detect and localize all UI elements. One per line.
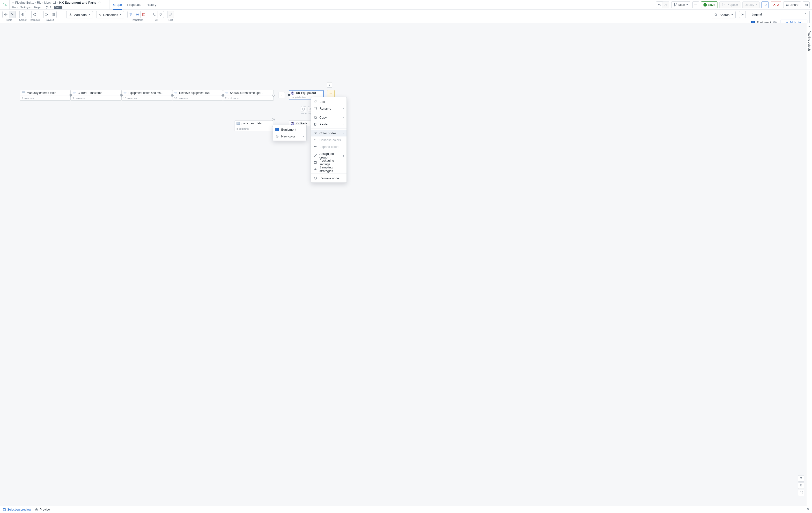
breadcrumb-rig[interactable]: Rig: [37, 1, 41, 4]
node-subtitle: 9 columns: [71, 96, 121, 101]
save-button[interactable]: ↑ Save: [701, 1, 718, 8]
menu-file[interactable]: File: [11, 6, 18, 9]
ctx-label: Edit: [319, 100, 325, 104]
select-all-button[interactable]: [19, 11, 26, 18]
ctx-assign-job-group[interactable]: Assign job group›: [311, 152, 347, 159]
zoom-fit-button[interactable]: [798, 490, 804, 496]
port-in[interactable]: [120, 94, 123, 97]
svg-point-56: [316, 132, 316, 133]
svg-rect-24: [136, 14, 137, 16]
svg-rect-64: [315, 168, 316, 170]
ctx-copy[interactable]: Copy›: [311, 114, 347, 121]
tool-pointer[interactable]: [9, 11, 16, 18]
sliders-button[interactable]: [761, 1, 769, 8]
svg-rect-34: [73, 92, 76, 92]
aip-a-button[interactable]: [151, 11, 157, 18]
zoom-in-button[interactable]: [798, 475, 804, 482]
remove-button[interactable]: [31, 11, 38, 18]
node-retrieve-ids[interactable]: Retrieve equipment IDs. 10 columns: [172, 90, 223, 101]
port-in[interactable]: [70, 94, 72, 97]
port-in[interactable]: [288, 93, 290, 96]
transform-icon: [123, 91, 127, 94]
expand-chevron-button[interactable]: ›: [279, 92, 285, 98]
transform-b-button[interactable]: [134, 11, 141, 18]
sliders-icon: [763, 3, 767, 6]
ctx-remove-node[interactable]: Remove node: [311, 175, 347, 182]
svg-point-8: [724, 4, 725, 5]
legend-header[interactable]: Legend ⌃: [749, 11, 809, 18]
color-item-label: Equipment: [281, 128, 296, 131]
reusables-button[interactable]: fx Reusables: [96, 11, 124, 18]
branch-count[interactable]: 1: [46, 5, 51, 9]
transform-c-button[interactable]: [141, 11, 147, 18]
merge-icon: [722, 3, 725, 6]
zoom-out-button[interactable]: [798, 483, 804, 489]
output-expand-button[interactable]: ›: [327, 82, 332, 88]
svg-rect-51: [315, 117, 316, 118]
app-doc-icon: ▭: [11, 1, 14, 4]
new-color-item[interactable]: New color ›: [273, 133, 307, 140]
layout-grid-button[interactable]: [50, 11, 57, 18]
preview-tab[interactable]: Preview: [35, 508, 50, 511]
deploy-button[interactable]: Deploy: [742, 1, 759, 8]
add-port-button[interactable]: +: [272, 118, 275, 121]
ctx-rename[interactable]: Rename›: [311, 105, 347, 112]
header-tabs: Graph Proposals History: [110, 0, 160, 9]
chevron-right-icon: ›: [343, 123, 344, 126]
undo-button[interactable]: [656, 1, 663, 8]
menu-settings[interactable]: Settings: [20, 6, 32, 9]
selection-preview-tab[interactable]: Selection preview: [2, 508, 31, 511]
ctx-sampling-strategies[interactable]: Sampling strategies: [311, 166, 347, 172]
share-button[interactable]: Share: [783, 1, 801, 8]
node-current-timestamp[interactable]: Current Timestamp 9 columns: [70, 90, 121, 101]
errors-button[interactable]: ✕ 2: [771, 1, 781, 8]
expand-footer-button[interactable]: [806, 508, 810, 512]
more-button[interactable]: ···: [692, 1, 699, 8]
breadcrumb-date[interactable]: March 13: [44, 1, 56, 4]
node-equipment-dates[interactable]: Equipment dates and ma… 10 columns: [121, 90, 172, 101]
link-view-button[interactable]: [739, 11, 746, 18]
rename-icon: [314, 107, 317, 110]
app-logo[interactable]: [0, 0, 10, 9]
star-icon[interactable]: ☆: [98, 1, 101, 4]
breadcrumb-app[interactable]: Pipeline Buil…: [15, 1, 34, 4]
ghost-node-a[interactable]: [301, 106, 306, 112]
branch-selector[interactable]: Main: [671, 1, 690, 8]
add-data-button[interactable]: Add data: [66, 11, 93, 18]
color-item-equipment[interactable]: Equipment: [273, 126, 307, 133]
graph-canvas[interactable]: Manually entered table 9 columns Current…: [0, 23, 812, 506]
layout-auto-button[interactable]: [43, 11, 50, 18]
edit-button[interactable]: [167, 11, 174, 18]
ctx-edit[interactable]: Edit: [311, 98, 347, 105]
add-data-label: Add data: [74, 13, 87, 17]
port-in[interactable]: [222, 94, 224, 97]
node-parts-raw[interactable]: parts_raw_data 8 columns: [235, 120, 273, 131]
aip-b-button[interactable]: [157, 11, 164, 18]
ctx-packaging-settings[interactable]: Packaging settings: [311, 159, 347, 166]
ctx-paste[interactable]: Paste›: [311, 121, 347, 128]
tab-history[interactable]: History: [147, 0, 156, 10]
node-manually-entered[interactable]: Manually entered table 9 columns: [20, 90, 70, 101]
collapse-rail-button[interactable]: «: [808, 25, 810, 28]
ctx-color-nodes[interactable]: Color nodes›: [311, 130, 347, 136]
package-icon: [314, 161, 317, 164]
panel-toggle-button[interactable]: [803, 1, 810, 8]
caret-down-icon: [687, 4, 688, 5]
redo-button[interactable]: [663, 1, 669, 8]
breadcrumb: ▭ Pipeline Buil… › Rig › March 13 › KK E…: [10, 0, 110, 5]
output-block[interactable]: [327, 90, 335, 98]
svg-point-1: [46, 8, 47, 9]
svg-rect-70: [3, 508, 5, 511]
tab-graph[interactable]: Graph: [113, 0, 122, 10]
search-button[interactable]: Search: [712, 11, 735, 18]
ctx-label: Copy: [319, 116, 327, 119]
node-shows-current-time[interactable]: Shows current time upd… 11 columns: [223, 90, 274, 101]
menu-help[interactable]: Help: [34, 6, 41, 9]
tab-proposals[interactable]: Proposals: [127, 0, 141, 10]
tool-pan[interactable]: [2, 11, 9, 18]
propose-button[interactable]: Propose: [719, 1, 741, 8]
node-title: KK Equipment: [296, 91, 316, 95]
port-in[interactable]: [171, 94, 174, 97]
port-out[interactable]: [272, 94, 275, 97]
transform-a-button[interactable]: [127, 11, 134, 18]
